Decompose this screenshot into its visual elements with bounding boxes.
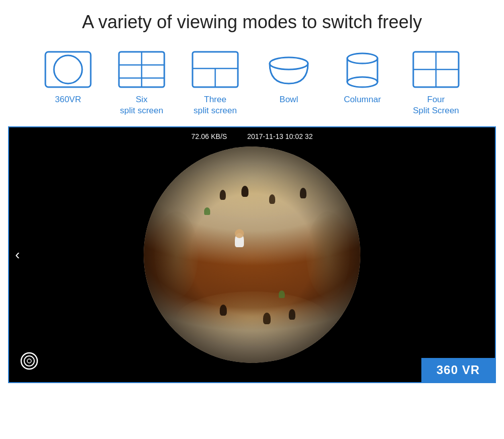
mode-bowl[interactable]: Bowl xyxy=(252,47,326,105)
video-bitrate: 72.06 KB/S xyxy=(192,132,227,140)
svg-point-1 xyxy=(54,55,82,84)
fisheye-view xyxy=(144,147,360,363)
capture-button[interactable] xyxy=(19,351,39,373)
svg-rect-0 xyxy=(45,52,91,87)
video-datetime: 2017-11-13 10:02 32 xyxy=(247,132,312,140)
svg-point-9 xyxy=(270,57,308,69)
svg-point-10 xyxy=(347,53,377,63)
mode-columnar[interactable]: Columnar xyxy=(326,47,399,105)
svg-point-18 xyxy=(24,356,34,366)
mode-three-split[interactable]: Threesplit screen xyxy=(178,47,252,116)
page-title: A variety of viewing modes to switch fre… xyxy=(0,0,504,42)
svg-point-17 xyxy=(21,353,37,369)
mode-360vr-label: 360VR xyxy=(55,94,81,105)
svg-point-19 xyxy=(27,359,31,363)
mode-four-split-label: FourSplit Screen xyxy=(413,94,459,116)
three-split-icon xyxy=(187,47,243,92)
prev-button[interactable]: ‹ xyxy=(15,248,20,262)
mode-three-split-label: Threesplit screen xyxy=(194,94,237,116)
columnar-icon xyxy=(335,47,390,92)
vr-badge: 360 VR xyxy=(421,358,495,382)
office-scene xyxy=(144,147,360,363)
six-split-icon xyxy=(114,47,169,92)
bowl-icon xyxy=(261,47,317,92)
video-player: 72.06 KB/S 2017-11-13 10:02 32 ‹ xyxy=(8,126,496,383)
mode-bowl-label: Bowl xyxy=(280,94,298,105)
mode-360vr[interactable]: 360VR xyxy=(31,47,105,105)
svg-point-11 xyxy=(347,77,377,87)
mode-six-split-label: Sixsplit screen xyxy=(120,94,163,116)
video-info: 72.06 KB/S 2017-11-13 10:02 32 xyxy=(192,132,313,140)
mode-columnar-label: Columnar xyxy=(344,94,381,105)
mode-four-split[interactable]: FourSplit Screen xyxy=(399,47,473,116)
mode-six-split[interactable]: Sixsplit screen xyxy=(105,47,178,116)
four-split-icon xyxy=(408,47,464,92)
360vr-icon xyxy=(40,47,96,92)
modes-bar: 360VR Sixsplit screen Thr xyxy=(0,42,504,126)
